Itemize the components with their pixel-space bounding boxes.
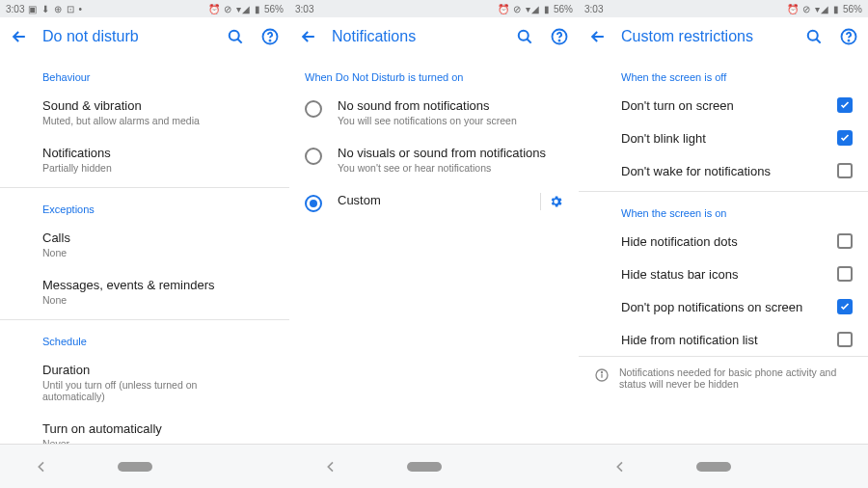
appbar: Do not disturb [0, 17, 289, 56]
row-notifications[interactable]: Notifications Partially hidden [0, 136, 289, 183]
search-icon[interactable] [515, 27, 534, 46]
back-arrow-icon[interactable] [10, 27, 29, 46]
gear-icon[interactable] [540, 193, 563, 210]
checkbox-icon [837, 130, 853, 146]
panel-do-not-disturb: 3:03 ▣ ⬇ ⊕ ⊡ • ⏰ ⊘ ▾◢ ▮ 56% Do not distu… [0, 0, 289, 444]
status-right-icons: ⏰ ⊘ ▾◢ ▮ [208, 4, 261, 14]
statusbar: 3:03 ▣ ⬇ ⊕ ⊡ • ⏰ ⊘ ▾◢ ▮ 56% [0, 0, 289, 17]
divider [579, 191, 868, 192]
back-arrow-icon[interactable] [588, 27, 608, 46]
page-title: Notifications [332, 28, 502, 45]
statusbar: 3:03 ⏰ ⊘ ▾◢ ▮ 56% [579, 0, 868, 17]
page-title: Custom restrictions [621, 28, 791, 45]
check-dont-pop[interactable]: Don't pop notifications on screen [579, 290, 868, 323]
divider [0, 187, 289, 188]
check-dont-blink-light[interactable]: Don't blink light [579, 122, 868, 154]
info-icon [594, 367, 610, 383]
row-calls[interactable]: Calls None [0, 221, 289, 268]
section-header-behaviour: Behaviour [0, 60, 289, 89]
svg-point-5 [559, 41, 560, 41]
svg-point-0 [230, 31, 239, 41]
radio-icon [305, 148, 322, 165]
status-time: 3:03 [584, 4, 603, 14]
help-icon[interactable] [550, 27, 569, 46]
nav-home-pill[interactable] [118, 462, 152, 472]
radio-icon [305, 100, 322, 118]
status-time: 3:03 [6, 4, 24, 14]
section-header-screen-off: When the screen is off [579, 60, 868, 89]
back-arrow-icon[interactable] [299, 27, 318, 46]
nav-back-icon[interactable] [612, 459, 628, 474]
appbar: Notifications [289, 17, 579, 56]
section-header-exceptions: Exceptions [0, 192, 289, 221]
search-icon[interactable] [226, 27, 245, 46]
check-dont-turn-on-screen[interactable]: Don't turn on screen [579, 89, 868, 122]
system-navbar [289, 445, 579, 488]
section-header-schedule: Schedule [0, 324, 289, 353]
check-hide-dots[interactable]: Hide notification dots [579, 225, 868, 258]
statusbar: 3:03 ⏰ ⊘ ▾◢ ▮ 56% [289, 0, 579, 17]
status-left-icons: ▣ ⬇ ⊕ ⊡ • [28, 4, 83, 14]
nav-home-pill[interactable] [696, 462, 731, 472]
section-header-screen-on: When the screen is on [579, 196, 868, 225]
help-icon[interactable] [260, 27, 280, 46]
nav-back-icon[interactable] [323, 459, 339, 474]
status-battery: 56% [843, 4, 862, 14]
status-battery: 56% [264, 4, 284, 14]
status-right-icons: ⏰ ⊘ ▾◢ ▮ [787, 4, 840, 14]
svg-point-8 [849, 41, 850, 41]
panel-custom-restrictions: 3:03 ⏰ ⊘ ▾◢ ▮ 56% Custom restrictions Wh… [579, 0, 868, 444]
row-duration[interactable]: Duration Until you turn off (unless turn… [0, 353, 289, 412]
panel-notifications: 3:03 ⏰ ⊘ ▾◢ ▮ 56% Notifications When Do … [289, 0, 579, 444]
checkbox-icon [837, 233, 853, 249]
system-navbar-wrap [0, 444, 868, 488]
radio-option-no-sound[interactable]: No sound from notifications You will see… [289, 89, 579, 136]
footer-text: Notifications needed for basic phone act… [619, 366, 853, 390]
svg-point-10 [601, 371, 602, 372]
status-right-icons: ⏰ ⊘ ▾◢ ▮ [498, 4, 551, 14]
check-dont-wake[interactable]: Don't wake for notifications [579, 154, 868, 187]
checkbox-icon [837, 266, 853, 282]
radio-option-no-visuals[interactable]: No visuals or sound from notifications Y… [289, 136, 579, 183]
row-messages-events[interactable]: Messages, events & reminders None [0, 268, 289, 315]
nav-back-icon[interactable] [34, 459, 49, 474]
status-battery: 56% [554, 4, 573, 14]
checkbox-icon [837, 97, 853, 113]
check-hide-from-list[interactable]: Hide from notification list [579, 323, 868, 356]
radio-option-custom[interactable]: Custom [289, 183, 579, 222]
search-icon[interactable] [804, 27, 824, 46]
help-icon[interactable] [839, 27, 858, 46]
svg-point-2 [270, 41, 271, 41]
svg-point-6 [808, 31, 818, 41]
row-turn-on-auto[interactable]: Turn on automatically Never [0, 412, 289, 444]
checkbox-icon [837, 332, 853, 347]
page-title: Do not disturb [42, 28, 212, 45]
section-header-dnd-on: When Do Not Disturb is turned on [289, 60, 579, 89]
row-sound-vibration[interactable]: Sound & vibration Muted, but allow alarm… [0, 89, 289, 136]
system-navbar [579, 445, 868, 488]
appbar: Custom restrictions [579, 17, 868, 56]
checkbox-icon [837, 299, 853, 314]
status-time: 3:03 [295, 4, 313, 14]
divider [0, 319, 289, 320]
system-navbar [0, 445, 289, 488]
radio-icon [305, 195, 322, 212]
svg-point-3 [519, 31, 529, 41]
footer-note: Notifications needed for basic phone act… [579, 356, 868, 399]
check-hide-statusbar-icons[interactable]: Hide status bar icons [579, 258, 868, 290]
checkbox-icon [837, 163, 853, 178]
nav-home-pill[interactable] [407, 462, 442, 472]
